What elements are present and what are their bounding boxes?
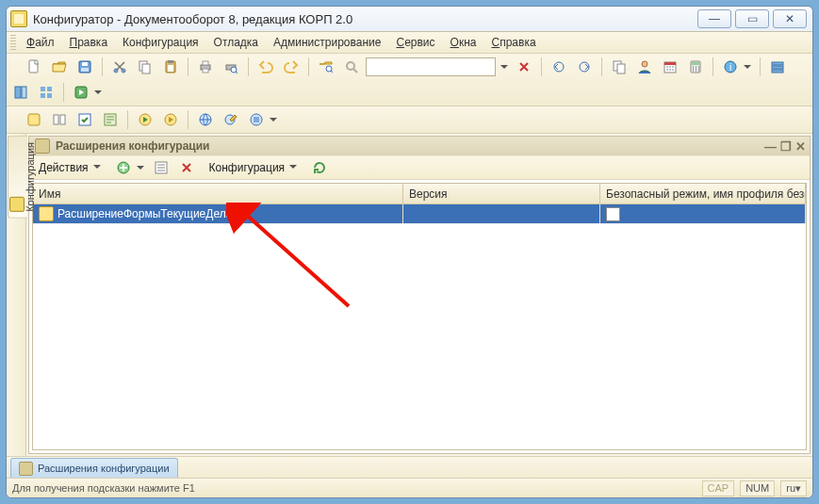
svg-rect-32 [15,87,21,98]
window-title: Конфигуратор - Документооборот 8, редакц… [33,12,352,26]
print-icon[interactable] [194,56,217,78]
globe-edit-icon[interactable] [220,108,242,131]
child-restore-button[interactable]: ❐ [780,139,792,154]
dataprocessor2-icon[interactable] [9,81,32,104]
menubar: Файл Правка Конфигурация Отладка Админис… [7,32,812,54]
col-header-name[interactable]: Имя [33,184,403,203]
calculator-icon[interactable] [684,56,707,78]
menu-debug[interactable]: Отладка [206,32,266,53]
compare-icon[interactable] [48,108,71,131]
find-folder-icon[interactable] [315,56,337,78]
run-1c-dropdown[interactable] [70,81,105,104]
search-clear-icon[interactable] [513,56,535,78]
svg-rect-0 [29,60,38,73]
next-mark-icon[interactable] [573,56,596,78]
col-header-version[interactable]: Версия [403,184,600,203]
run-icon[interactable] [159,108,182,131]
globe-dropdown[interactable] [245,108,280,131]
svg-point-17 [347,62,354,70]
svg-text:i: i [729,62,731,73]
print-preview-icon[interactable] [220,56,242,78]
svg-rect-29 [772,62,783,65]
statusbar: Для получения подсказки нажмите F1 CAP N… [7,478,812,497]
close-button[interactable]: ✕ [773,9,807,28]
svg-line-51 [243,212,349,306]
table-row[interactable]: РасширениеФормыТекущиеДела [33,204,806,224]
redo-icon[interactable] [280,56,303,78]
maximize-button[interactable]: ▭ [735,9,769,28]
new-icon[interactable] [23,56,45,78]
row-name: РасширениеФормыТекущиеДела [57,207,232,220]
child-close-button[interactable]: ✕ [795,139,806,154]
configuration-menu-button[interactable]: Конфигурация [204,157,303,178]
calendar-icon[interactable] [659,56,681,78]
extensions-grid: Имя Версия Безопасный режим, имя профиля… [32,183,807,450]
globe-view-icon[interactable] [194,108,217,131]
menu-help[interactable]: Справка [483,32,543,53]
dataprocessor3-icon[interactable] [35,81,57,104]
svg-rect-21 [617,64,625,73]
svg-rect-9 [168,60,173,63]
add-icon[interactable] [112,156,135,179]
dataprocessor1-icon[interactable] [766,56,789,78]
chevron-down-icon[interactable] [742,56,754,78]
undo-icon[interactable] [254,56,277,78]
delete-icon[interactable] [175,156,198,179]
child-minimize-button[interactable]: — [764,139,777,154]
run-1c-icon[interactable] [70,81,92,104]
help-dropdown[interactable]: i [719,56,754,78]
status-hint: Для получения подсказки нажмите F1 [12,482,195,494]
chevron-down-icon[interactable] [135,156,147,179]
add-extension-button[interactable] [112,156,147,179]
cut-icon[interactable] [108,56,131,78]
menu-admin[interactable]: Администрирование [266,32,388,53]
search-input[interactable] [366,57,496,76]
extension-icon [39,206,54,221]
svg-rect-24 [664,62,676,65]
search-icon[interactable] [340,56,363,78]
tab-extensions[interactable]: Расширения конфигурации [10,458,178,478]
menu-config[interactable]: Конфигурация [115,32,206,53]
save-icon[interactable] [74,56,96,78]
open-icon[interactable] [48,56,71,78]
configuration-tree-icon[interactable] [23,108,45,131]
window-icon [19,462,33,476]
chevron-down-icon [91,161,101,175]
search-dropdown-icon[interactable] [499,57,510,77]
menu-file[interactable]: Файл [19,32,62,53]
menubar-grip[interactable] [10,35,16,50]
svg-rect-37 [47,93,52,98]
run-debug-icon[interactable] [134,108,156,131]
menu-windows[interactable]: Окна [443,32,484,53]
copy-special-icon[interactable] [608,56,631,78]
user-icon[interactable] [633,56,656,78]
chevron-down-icon[interactable] [268,108,280,131]
svg-rect-10 [168,65,173,72]
tab-label: Расширения конфигурации [38,463,170,474]
previous-mark-icon[interactable] [548,56,570,78]
refresh-icon[interactable] [308,156,331,179]
grid-body[interactable]: РасширениеФормыТекущиеДела [33,204,806,449]
window-controls: — ▭ ✕ [697,9,807,28]
child-window-extensions: Расширения конфигурации — ❐ ✕ Действия [28,136,811,454]
chevron-down-icon[interactable] [92,81,105,104]
cube-icon [9,197,25,212]
status-lang[interactable]: ru ▾ [780,480,807,496]
menu-service[interactable]: Сервис [388,32,442,53]
actions-menu-button[interactable]: Действия [33,157,106,178]
syntax-check-icon[interactable] [74,108,96,131]
col-header-safe[interactable]: Безопасный режим, имя профиля безоп... [600,184,806,203]
paste-icon[interactable] [159,56,182,78]
svg-rect-7 [142,64,150,73]
globe-list-icon[interactable] [245,108,268,131]
list-settings-icon[interactable] [150,156,172,179]
menu-edit[interactable]: Правка [62,32,116,53]
module-icon[interactable] [99,108,122,131]
minimize-button[interactable]: — [697,9,731,28]
side-tab-configuration[interactable]: Конфигурация [8,136,27,219]
safe-mode-checkbox[interactable] [606,207,620,221]
copy-icon[interactable] [134,56,156,78]
help-icon[interactable]: i [719,56,742,78]
mdi-area: Расширения конфигурации — ❐ ✕ Действия [26,134,812,456]
svg-rect-36 [41,93,45,98]
